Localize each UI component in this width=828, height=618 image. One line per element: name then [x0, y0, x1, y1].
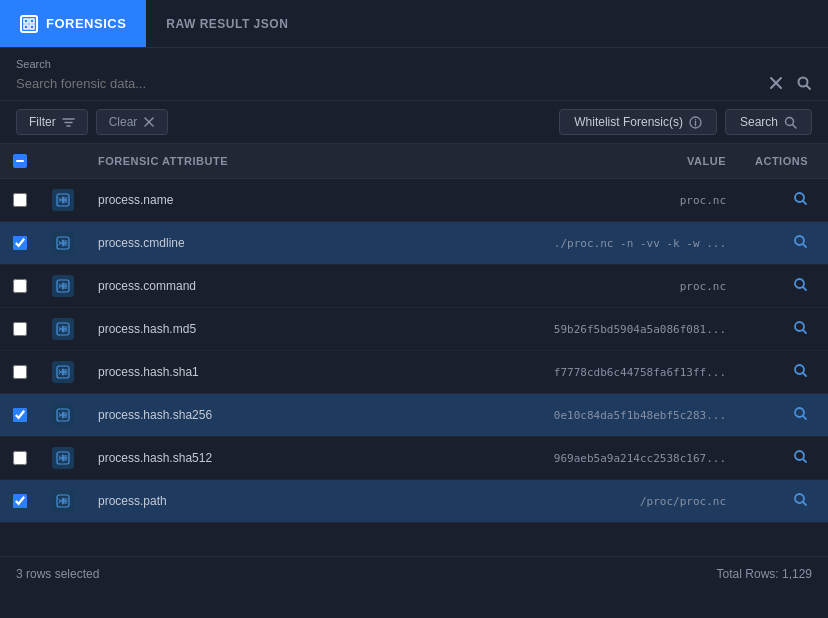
svg-line-59: [803, 459, 806, 462]
search-magnifier-button[interactable]: [796, 75, 812, 91]
clear-search-button[interactable]: [768, 75, 784, 91]
table-row: process.commandproc.nc: [0, 265, 828, 308]
filter-button[interactable]: Filter: [16, 109, 88, 135]
attribute-badge-icon: [52, 318, 74, 340]
table-row: process.hash.sha512969aeb5a9a214cc2538c1…: [0, 437, 828, 480]
header-actions: ACTIONS: [738, 144, 828, 179]
table-header-row: FORENSIC ATTRIBUTE VALUE ACTIONS: [0, 144, 828, 179]
row-actions-cell: [738, 351, 828, 394]
table-row: process.hash.md559b26f5bd5904a5a086f081.…: [0, 308, 828, 351]
clear-icon: [143, 116, 155, 128]
table-container: FORENSIC ATTRIBUTE VALUE ACTIONS process…: [0, 144, 828, 556]
row-checkbox-7[interactable]: [13, 494, 27, 508]
row-actions-cell: [738, 480, 828, 523]
whitelist-button[interactable]: Whitelist Forensic(s): [559, 109, 717, 135]
attribute-badge-icon: [52, 447, 74, 469]
table-row: process.hash.sha2560e10c84da5f1b48ebf5c2…: [0, 394, 828, 437]
attribute-badge-icon: [52, 361, 74, 383]
search-icons: [768, 75, 812, 91]
row-value: 59b26f5bd5904a5a086f081...: [538, 308, 738, 351]
row-checkbox-cell: [0, 351, 40, 394]
attribute-badge-icon: [52, 404, 74, 426]
row-checkbox-6[interactable]: [13, 451, 27, 465]
svg-line-17: [793, 124, 797, 128]
table-row: process.cmdline./proc.nc -n -vv -k -w ..…: [0, 222, 828, 265]
row-search-button[interactable]: [793, 277, 808, 295]
table-body: process.nameproc.nc process.cmdline./pro…: [0, 179, 828, 523]
svg-line-41: [803, 330, 806, 333]
total-rows-label: Total Rows: 1,129: [717, 567, 812, 581]
rows-selected-label: 3 rows selected: [16, 567, 99, 581]
row-attr-icon-cell: [40, 265, 86, 308]
svg-rect-1: [30, 19, 34, 23]
svg-line-23: [803, 201, 806, 204]
row-checkbox-2[interactable]: [13, 279, 27, 293]
clear-button[interactable]: Clear: [96, 109, 169, 135]
row-checkbox-3[interactable]: [13, 322, 27, 336]
search-label: Search: [16, 58, 812, 70]
row-search-button[interactable]: [793, 234, 808, 252]
row-actions-cell: [738, 308, 828, 351]
row-search-button[interactable]: [793, 363, 808, 381]
row-search-button[interactable]: [793, 320, 808, 338]
tab-raw-result[interactable]: RAW RESULT JSON: [146, 0, 308, 47]
search-action-button[interactable]: Search: [725, 109, 812, 135]
search-input[interactable]: [16, 76, 768, 91]
row-checkbox-1[interactable]: [13, 236, 27, 250]
row-actions-cell: [738, 265, 828, 308]
svg-rect-2: [24, 25, 28, 29]
tab-forensics-label: FORENSICS: [46, 16, 126, 31]
info-icon: [689, 116, 702, 129]
row-value: 0e10c84da5f1b48ebf5c283...: [538, 394, 738, 437]
tab-forensics[interactable]: FORENSICS: [0, 0, 146, 47]
search-bar-container: Search: [0, 48, 828, 101]
row-search-button[interactable]: [793, 406, 808, 424]
forensics-icon: [20, 15, 38, 33]
row-search-button[interactable]: [793, 191, 808, 209]
svg-rect-3: [30, 25, 34, 29]
svg-line-35: [803, 287, 806, 290]
tab-raw-label: RAW RESULT JSON: [166, 17, 288, 31]
row-value: ./proc.nc -n -vv -k -w ...: [538, 222, 738, 265]
row-attr-icon-cell: [40, 437, 86, 480]
svg-line-53: [803, 416, 806, 419]
row-attr-name: process.hash.sha256: [86, 394, 538, 437]
row-attr-icon-cell: [40, 480, 86, 523]
row-checkbox-cell: [0, 179, 40, 222]
row-search-button[interactable]: [793, 449, 808, 467]
row-checkbox-cell: [0, 222, 40, 265]
row-checkbox-0[interactable]: [13, 193, 27, 207]
row-actions-cell: [738, 222, 828, 265]
clear-label: Clear: [109, 115, 138, 129]
svg-line-65: [803, 502, 806, 505]
filter-label: Filter: [29, 115, 56, 129]
row-actions-cell: [738, 437, 828, 480]
row-actions-cell: [738, 179, 828, 222]
row-attr-name: process.hash.sha1: [86, 351, 538, 394]
row-attr-name: process.cmdline: [86, 222, 538, 265]
row-attr-name: process.name: [86, 179, 538, 222]
attribute-badge-icon: [52, 232, 74, 254]
table-row: process.nameproc.nc: [0, 179, 828, 222]
row-attr-name: process.hash.md5: [86, 308, 538, 351]
search-action-icon: [784, 116, 797, 129]
row-attr-name: process.path: [86, 480, 538, 523]
svg-point-15: [695, 119, 696, 120]
search-action-label: Search: [740, 115, 778, 129]
row-attr-icon-cell: [40, 179, 86, 222]
row-checkbox-cell: [0, 394, 40, 437]
row-search-button[interactable]: [793, 492, 808, 510]
attribute-badge-icon: [52, 490, 74, 512]
row-checkbox-5[interactable]: [13, 408, 27, 422]
row-value: f7778cdb6c44758fa6f13ff...: [538, 351, 738, 394]
attribute-badge-icon: [52, 189, 74, 211]
svg-rect-0: [24, 19, 28, 23]
row-attr-icon-cell: [40, 222, 86, 265]
select-all-checkbox[interactable]: [13, 154, 27, 168]
forensic-table: FORENSIC ATTRIBUTE VALUE ACTIONS process…: [0, 144, 828, 523]
filter-row: Filter Clear Whitelist Forensic(s) Searc…: [0, 101, 828, 144]
row-checkbox-cell: [0, 265, 40, 308]
row-checkbox-4[interactable]: [13, 365, 27, 379]
row-value: /proc/proc.nc: [538, 480, 738, 523]
row-attr-icon-cell: [40, 308, 86, 351]
